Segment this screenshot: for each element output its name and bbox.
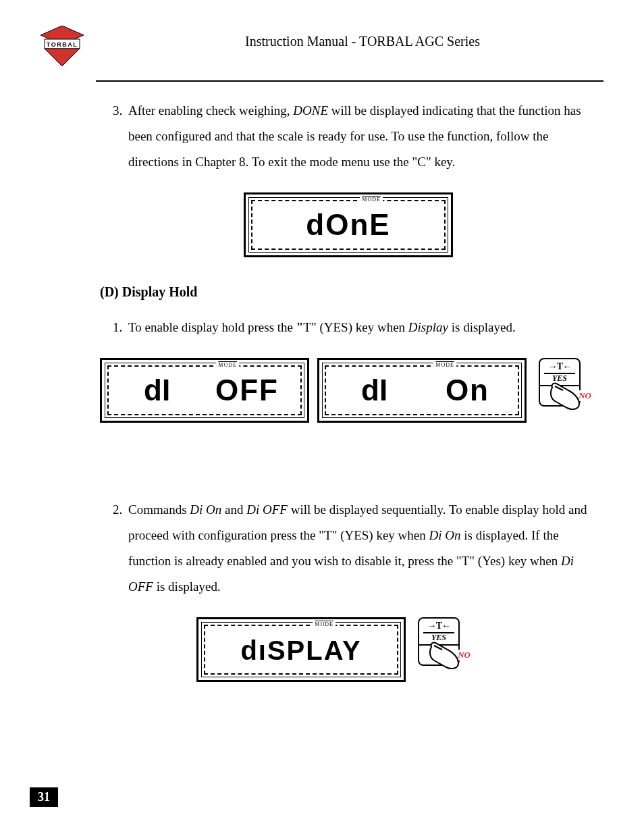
step-3: After enabling check weighing, DONE will… (126, 98, 597, 175)
header-rule (96, 80, 603, 82)
t-key-button-2: →T← YES →0← NO (418, 617, 460, 682)
t-key-button: →T← YES →0← NO (539, 358, 581, 423)
svg-text:On: On (446, 373, 489, 407)
lcd-display: MODE dıSPLAY (196, 617, 406, 682)
lcd-done: MODE dOnE (244, 192, 453, 257)
svg-text:dOnE: dOnE (306, 208, 390, 241)
section-d-heading: (D) Display Hold (100, 284, 597, 300)
svg-text:dI: dI (361, 373, 387, 407)
doc-header-title: Instruction Manual - TORBAL AGC Series (122, 34, 603, 49)
d-step-1: To enable display hold press the "T" (YE… (126, 315, 597, 340)
brand-logo: TORBAL (41, 23, 122, 71)
page-number: 31 (30, 787, 58, 807)
svg-marker-3 (45, 49, 80, 66)
svg-text:dıSPLAY: dıSPLAY (240, 635, 361, 665)
svg-text:OFF: OFF (215, 373, 279, 407)
lcd-di-on: MODE dIOn (317, 358, 527, 423)
svg-text:TORBAL: TORBAL (47, 41, 78, 48)
svg-text:dI: dI (144, 373, 170, 407)
d-step-2: Commands Di On and Di OFF will be displa… (126, 497, 597, 600)
lcd-di-off: MODE dIOFF (100, 358, 309, 423)
